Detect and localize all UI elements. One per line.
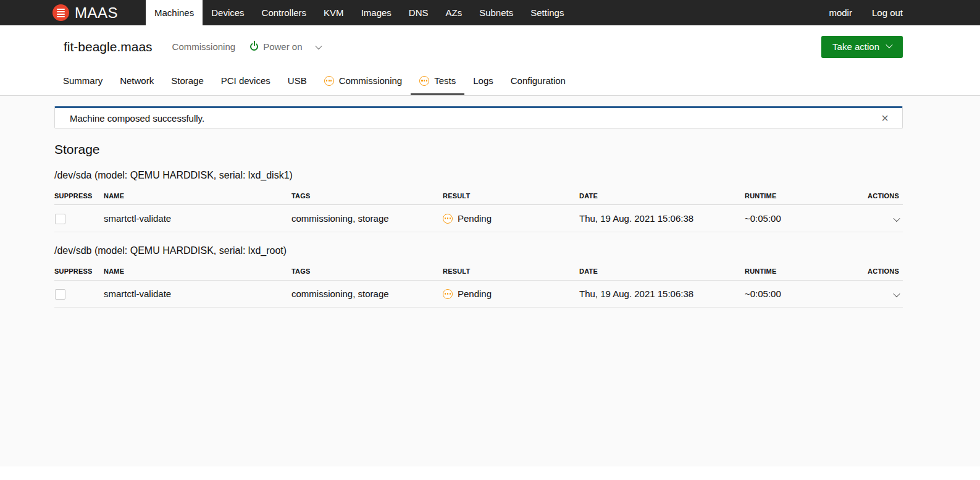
nav-item-user[interactable]: modir [819, 0, 862, 25]
col-name: NAME [104, 259, 291, 280]
row-expand-chevron-icon[interactable] [893, 290, 900, 297]
nav-item-devices[interactable]: Devices [203, 0, 253, 25]
tab-network[interactable]: Network [111, 68, 162, 95]
test-row: smartctl-validate commissioning, storage… [54, 280, 903, 308]
pending-status-icon [419, 76, 429, 86]
maas-logo[interactable]: MAAS [52, 0, 118, 25]
test-row: smartctl-validate commissioning, storage… [54, 205, 903, 232]
nav-item-logout[interactable]: Log out [862, 0, 903, 25]
col-tags: TAGS [291, 259, 443, 280]
test-tags: commissioning, storage [291, 205, 443, 232]
take-action-label: Take action [832, 41, 879, 52]
tab-configuration[interactable]: Configuration [502, 68, 574, 95]
nav-item-kvm[interactable]: KVM [315, 0, 353, 25]
test-result: Pending [458, 288, 492, 299]
test-result: Pending [458, 213, 492, 224]
test-runtime: ~0:05:00 [745, 205, 864, 232]
tab-commissioning[interactable]: Commissioning [316, 68, 411, 95]
maas-logo-icon [52, 4, 69, 21]
nav-item-subnets[interactable]: Subnets [471, 0, 522, 25]
col-result: RESULT [443, 183, 579, 205]
test-name: smartctl-validate [104, 205, 291, 232]
notification-message: Machine composed successfully. [70, 113, 204, 124]
suppress-checkbox[interactable] [55, 289, 65, 300]
power-chevron-down-icon[interactable] [315, 42, 322, 49]
disk-section-sda: /dev/sda (model: QEMU HARDDISK, serial: … [54, 170, 903, 232]
nav-item-settings[interactable]: Settings [522, 0, 572, 25]
col-name: NAME [104, 183, 291, 205]
disk-heading: /dev/sda (model: QEMU HARDDISK, serial: … [54, 170, 903, 181]
main-content: Machine composed successfully. × Storage… [0, 96, 980, 466]
col-suppress: SUPPRESS [54, 183, 104, 205]
machine-header: fit-beagle.maas Commissioning Power on T… [0, 25, 980, 68]
tab-summary[interactable]: Summary [54, 68, 111, 95]
test-runtime: ~0:05:00 [745, 280, 864, 308]
disk-section-sdb: /dev/sdb (model: QEMU HARDDISK, serial: … [54, 245, 903, 308]
disk-heading: /dev/sdb (model: QEMU HARDDISK, serial: … [54, 245, 903, 256]
col-result: RESULT [443, 259, 579, 280]
power-icon [250, 43, 258, 51]
col-actions: ACTIONS [864, 183, 903, 205]
notification-banner: Machine composed successfully. × [54, 106, 903, 128]
tab-usb[interactable]: USB [279, 68, 316, 95]
machine-title: fit-beagle.maas [64, 40, 153, 54]
test-date: Thu, 19 Aug. 2021 15:06:38 [579, 205, 745, 232]
row-expand-chevron-icon[interactable] [893, 215, 900, 222]
nav-item-azs[interactable]: AZs [437, 0, 471, 25]
notification-close-icon[interactable]: × [877, 112, 892, 124]
pending-status-icon [443, 289, 453, 299]
pending-status-icon [324, 76, 334, 86]
col-date: DATE [579, 259, 745, 280]
tab-storage[interactable]: Storage [162, 68, 212, 95]
nav-item-dns[interactable]: DNS [400, 0, 437, 25]
pending-status-icon [443, 214, 453, 224]
col-tags: TAGS [291, 183, 443, 205]
machine-status: Commissioning [172, 41, 236, 52]
power-status: Power on [250, 41, 320, 52]
col-runtime: RUNTIME [745, 183, 864, 205]
tests-table: SUPPRESS NAME TAGS RESULT DATE RUNTIME A… [54, 183, 903, 232]
machine-tabs-bar: Summary Network Storage PCI devices USB … [0, 68, 980, 96]
top-navbar: MAAS Machines Devices Controllers KVM Im… [0, 0, 980, 25]
test-tags: commissioning, storage [291, 280, 443, 308]
tab-logs[interactable]: Logs [464, 68, 502, 95]
maas-logo-text: MAAS [75, 4, 118, 22]
tests-table: SUPPRESS NAME TAGS RESULT DATE RUNTIME A… [54, 259, 903, 308]
take-action-chevron-down-icon [886, 41, 892, 48]
tab-tests[interactable]: Tests [411, 68, 464, 95]
nav-item-controllers[interactable]: Controllers [253, 0, 316, 25]
nav-item-machines[interactable]: Machines [146, 0, 203, 25]
test-name: smartctl-validate [104, 280, 291, 308]
nav-item-images[interactable]: Images [353, 0, 400, 25]
test-date: Thu, 19 Aug. 2021 15:06:38 [579, 280, 745, 308]
section-title: Storage [54, 142, 903, 157]
col-actions: ACTIONS [864, 259, 903, 280]
tab-pci-devices[interactable]: PCI devices [212, 68, 279, 95]
take-action-button[interactable]: Take action [821, 36, 903, 58]
col-runtime: RUNTIME [745, 259, 864, 280]
power-state-label: Power on [263, 41, 302, 52]
primary-nav: Machines Devices Controllers KVM Images … [146, 0, 572, 25]
col-date: DATE [579, 183, 745, 205]
col-suppress: SUPPRESS [54, 259, 104, 280]
suppress-checkbox[interactable] [55, 214, 65, 224]
